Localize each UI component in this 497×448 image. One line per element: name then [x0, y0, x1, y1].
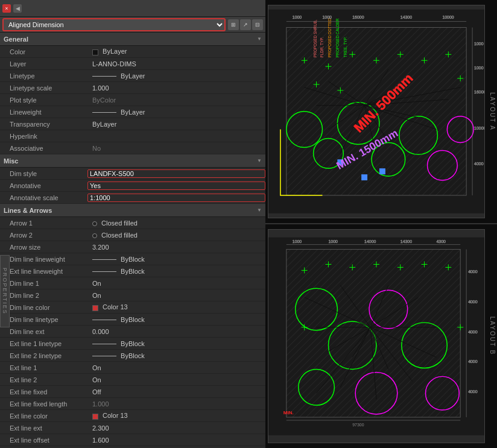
toolbar-icon-1[interactable]: ⊞	[228, 19, 239, 30]
prop-ext-line-fixed-len: Ext line fixed length 1.000	[0, 398, 265, 410]
section-general[interactable]: General ▼	[0, 33, 265, 46]
svg-text:4000: 4000	[468, 329, 478, 333]
prop-layer: Layer L-ANNO-DIMS	[0, 58, 265, 70]
top-toolbar: × ◀	[0, 0, 265, 17]
svg-text:14000: 14000	[364, 239, 376, 243]
svg-text:1000: 1000	[474, 66, 484, 70]
properties-panel: × ◀ Aligned Dimension ⊞ ↗ ⊟ General ▼ Co…	[0, 0, 265, 448]
prop-arrow-size: Arrow size 3.200	[0, 241, 265, 253]
prop-dim-line-lt: Dim line linetype ByBlock	[0, 314, 265, 326]
prop-transparency: Transparency ByLayer	[0, 118, 265, 130]
prop-associative: Associative No	[0, 142, 265, 154]
prop-ext-line1-lt: Ext line 1 linetype ByBlock	[0, 338, 265, 350]
prop-annotative: Annotative Yes	[0, 180, 265, 192]
prop-linetype-scale: Linetype scale 1.000	[0, 82, 265, 94]
layout-b-svg: MIN. 4000 4000 4000 4000 4000 1000 1000 …	[268, 230, 484, 443]
close-button[interactable]: ×	[2, 4, 11, 13]
color-swatch-ext-line	[92, 414, 98, 420]
svg-text:1000: 1000	[474, 42, 484, 46]
prop-ext-line1: Ext line 1 On	[0, 362, 265, 374]
line-indicator-ext2-lt	[92, 356, 116, 356]
svg-rect-33	[379, 168, 385, 174]
prop-annotative-scale: Annotative scale 1:1000	[0, 192, 265, 204]
prop-ext-line-lw: Ext line lineweight ByBlock	[0, 265, 265, 277]
section-lines-arrows[interactable]: Lines & Arrows ▼	[0, 204, 265, 217]
properties-tab[interactable]: PROPERTIES	[0, 255, 10, 327]
properties-content: General ▼ Color ByLayer Layer L-ANNO-DIM…	[0, 33, 265, 448]
prop-arrow1: Arrow 1 Closed filled	[0, 217, 265, 229]
layout-a-label: LAYOUT A	[489, 92, 496, 131]
svg-text:4000: 4000	[468, 300, 478, 304]
line-indicator-linetype	[92, 76, 116, 77]
toolbar-icon-2[interactable]: ↗	[240, 19, 251, 30]
prop-dim-line2: Dim line 2 On	[0, 289, 265, 301]
svg-text:1000: 1000	[293, 15, 302, 19]
prop-color: Color ByLayer	[0, 46, 265, 58]
prop-ext-line2: Ext line 2 On	[0, 374, 265, 386]
svg-text:1000: 1000	[328, 239, 338, 243]
section-misc[interactable]: Misc ▼	[0, 154, 265, 168]
line-indicator-lineweight	[92, 112, 116, 113]
prop-linetype: Linetype ByLayer	[0, 70, 265, 82]
svg-rect-32	[361, 174, 367, 180]
prop-hyperlink: Hyperlink	[0, 130, 265, 142]
prop-ext-line-offset: Ext line offset 1.600	[0, 434, 265, 446]
prop-ext-line-fixed: Ext line fixed Off	[0, 386, 265, 398]
layout-b: MIN. 4000 4000 4000 4000 4000 1000 1000 …	[265, 224, 497, 449]
color-swatch-color	[92, 49, 98, 55]
toolbar-icon-3[interactable]: ⊟	[252, 19, 263, 30]
arrow-symbol-2	[92, 233, 97, 238]
pin-button[interactable]: ◀	[13, 4, 22, 13]
prop-ext-line-color: Ext line color Color 13	[0, 410, 265, 422]
color-swatch-dim-line	[92, 305, 98, 311]
svg-text:FLDR, TYP.: FLDR, TYP.	[320, 37, 324, 57]
svg-text:PROPOSED DOTTED: PROPOSED DOTTED	[328, 18, 332, 57]
svg-text:PROPOSED SHRUB,: PROPOSED SHRUB,	[313, 19, 317, 57]
dimension-type-select[interactable]: Aligned Dimension	[2, 18, 226, 31]
svg-text:10000: 10000	[442, 15, 454, 19]
svg-text:10000: 10000	[474, 126, 484, 130]
arrow-symbol-1	[92, 221, 97, 226]
svg-text:4000: 4000	[468, 270, 478, 274]
prop-ext-line2-lt: Ext line 2 linetype ByBlock	[0, 350, 265, 362]
prop-dim-line-ext: Dim line ext 0.000	[0, 326, 265, 338]
svg-text:16000: 16000	[352, 15, 364, 19]
cad-viewport: PROPOSED TREE/SHRUB, TYP. OVERSIZED WITH…	[265, 0, 497, 448]
svg-text:MIN.: MIN.	[283, 410, 294, 415]
svg-text:16000: 16000	[474, 90, 484, 94]
layout-a-canvas: PROPOSED TREE/SHRUB, TYP. OVERSIZED WITH…	[268, 5, 485, 218]
svg-text:PROPOSED CALDER: PROPOSED CALDER	[335, 18, 340, 57]
line-indicator-dim-lw	[92, 259, 116, 260]
prop-lineweight: Lineweight ByLayer	[0, 106, 265, 118]
svg-text:14300: 14300	[400, 15, 412, 19]
prop-arrow2: Arrow 2 Closed filled	[0, 229, 265, 241]
svg-text:4000: 4000	[468, 359, 478, 364]
layout-a: PROPOSED TREE/SHRUB, TYP. OVERSIZED WITH…	[265, 0, 497, 224]
prop-dim-style: Dim style LANDFX-S500	[0, 168, 265, 180]
prop-dim-line1: Dim line 1 On	[0, 277, 265, 289]
prop-dim-line-color: Dim line color Color 13	[0, 301, 265, 314]
prop-plot-style: Plot style ByColor	[0, 94, 265, 106]
svg-text:4000: 4000	[474, 162, 484, 166]
layout-b-label: LAYOUT B	[489, 317, 496, 356]
line-indicator-ext-lw	[92, 271, 116, 272]
prop-ext-line-ext: Ext line ext 2.300	[0, 422, 265, 434]
layout-b-canvas: MIN. 4000 4000 4000 4000 4000 1000 1000 …	[268, 229, 485, 444]
prop-dim-line-lw: Dim line lineweight ByBlock	[0, 253, 265, 265]
line-indicator-ext1-lt	[92, 344, 116, 344]
svg-text:TREE, TYP.: TREE, TYP.	[343, 37, 347, 57]
line-indicator-dim-lt	[92, 320, 116, 320]
svg-text:14300: 14300	[400, 239, 412, 243]
svg-text:97300: 97300	[352, 422, 364, 426]
svg-text:4300: 4300	[436, 239, 446, 243]
dropdown-row: Aligned Dimension ⊞ ↗ ⊟	[0, 17, 265, 33]
svg-text:1000: 1000	[323, 15, 332, 19]
svg-text:1000: 1000	[293, 239, 302, 243]
svg-text:4000: 4000	[468, 390, 478, 394]
layout-a-svg: PROPOSED TREE/SHRUB, TYP. OVERSIZED WITH…	[268, 5, 484, 218]
